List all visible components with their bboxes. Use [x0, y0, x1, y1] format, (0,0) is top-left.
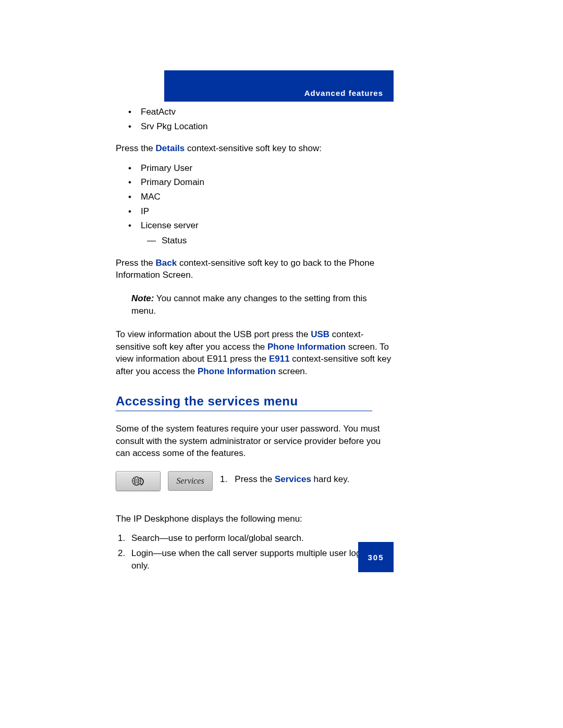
step-instruction: 1. Press the Services hard key. — [220, 471, 392, 485]
list-item: Srv Pkg Location — [116, 120, 392, 133]
list-item: MAC — [116, 191, 392, 204]
list-item: Status — [141, 235, 392, 248]
list-item: FeatActv — [116, 106, 392, 119]
page-number-tab: 305 — [358, 542, 394, 572]
services-label-icon: Services — [168, 471, 213, 491]
paragraph-details: Press the Details context-sensitive soft… — [116, 142, 392, 154]
paragraph-back: Press the Back context-sensitive soft ke… — [116, 257, 392, 281]
header-section-label: Advanced features — [304, 89, 383, 97]
note: Note: You cannot make any changes to the… — [116, 292, 392, 317]
details-list: Primary User Primary Domain MAC IP Licen… — [116, 162, 392, 248]
header-bar: Advanced features — [164, 70, 394, 102]
details-softkey-ref: Details — [156, 143, 185, 153]
list-item: Primary Domain — [116, 176, 392, 189]
document-page: Advanced features FeatActv Srv Pkg Locat… — [0, 0, 563, 728]
services-hardkey-ref: Services — [275, 474, 311, 484]
note-text: You cannot make any changes to the setti… — [131, 293, 367, 315]
list-item: License server Status — [116, 219, 392, 247]
previous-list-continuation: FeatActv Srv Pkg Location — [116, 106, 392, 133]
services-hardkey-icon — [116, 471, 161, 491]
list-item: Primary User — [116, 162, 392, 175]
sub-list: Status — [141, 235, 392, 248]
usb-softkey-ref: USB — [311, 329, 329, 339]
paragraph-usb-e911: To view information about the USB port p… — [116, 328, 392, 377]
e911-softkey-ref: E911 — [269, 354, 290, 364]
list-item: Search—use to perform local/global searc… — [116, 532, 392, 545]
step-row: Services 1. Press the Services hard key. — [116, 471, 392, 491]
menu-list: Search—use to perform local/global searc… — [116, 532, 392, 573]
back-softkey-ref: Back — [156, 258, 177, 268]
paragraph-menu-intro: The IP Deskphone displays the following … — [116, 513, 392, 525]
list-item: Login—use when the call server supports … — [116, 547, 392, 573]
paragraph-intro: Some of the system features require your… — [116, 423, 392, 459]
phone-info-ref: Phone Information — [267, 342, 346, 352]
phone-info-ref: Phone Information — [198, 366, 276, 376]
page-content: FeatActv Srv Pkg Location Press the Deta… — [116, 104, 392, 575]
note-label: Note: — [131, 293, 154, 303]
globe-icon — [129, 475, 148, 487]
svg-marker-3 — [140, 483, 142, 486]
section-heading: Accessing the services menu — [116, 394, 372, 411]
list-item: IP — [116, 205, 392, 218]
